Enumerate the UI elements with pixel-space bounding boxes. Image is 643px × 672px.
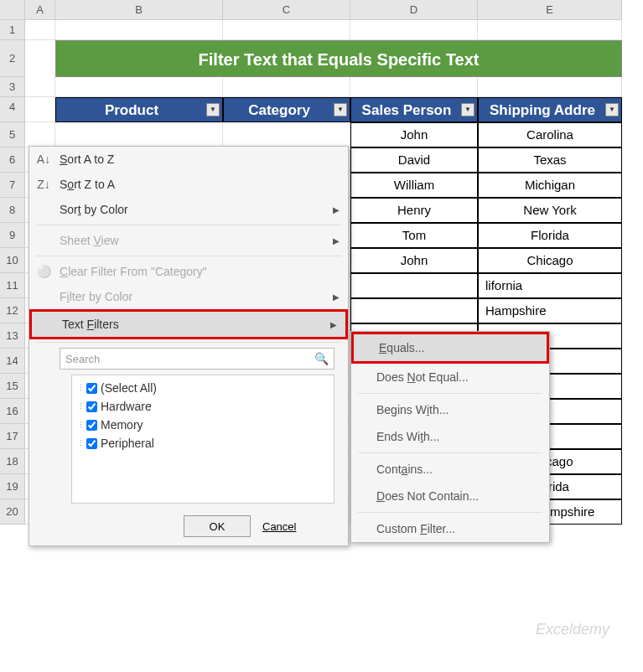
table-cell: William xyxy=(350,173,478,198)
table-cell: Michigan xyxy=(478,173,622,198)
table-cell xyxy=(350,298,478,323)
empty-cell xyxy=(223,122,350,147)
text-filters-submenu: Equals... Does Not Equal... Begins With.… xyxy=(350,331,550,543)
sort-za[interactable]: Z↓Sort Z to A xyxy=(29,172,348,197)
table-header[interactable]: Sales Person▼ xyxy=(350,97,478,122)
table-cell: David xyxy=(350,147,478,173)
row-header[interactable]: 7 xyxy=(0,173,25,198)
empty-cell xyxy=(25,77,55,97)
row-header[interactable]: 1 xyxy=(0,20,25,40)
table-header[interactable]: Shipping Addre▼ xyxy=(478,97,622,122)
table-cell: New York xyxy=(478,198,622,223)
row-header[interactable]: 10 xyxy=(0,248,25,273)
row-header[interactable]: 14 xyxy=(0,349,25,374)
filter-menu: A↓Sort A to Z Z↓Sort Z to A Sort by Colo… xyxy=(29,146,349,546)
checkbox[interactable] xyxy=(86,438,97,449)
watermark: Exceldemy xyxy=(536,621,609,638)
row-header[interactable]: 2 xyxy=(0,40,25,77)
col-header[interactable]: C xyxy=(223,0,350,20)
filter-dropdown-icon[interactable]: ▼ xyxy=(461,103,474,116)
empty-cell xyxy=(25,97,55,122)
empty-cell xyxy=(25,122,55,147)
row-header[interactable]: 5 xyxy=(0,122,25,147)
table-cell: Hampshire xyxy=(478,298,622,323)
page-title: Filter Text that Equals Specific Text xyxy=(55,40,622,77)
table-cell: John xyxy=(350,122,478,147)
table-cell: Carolina xyxy=(478,122,622,147)
row-header[interactable]: 17 xyxy=(0,424,25,449)
empty-cell xyxy=(25,20,55,40)
filter-dropdown-icon[interactable]: ▼ xyxy=(206,103,220,116)
filter-checkbox-item[interactable]: ⋮Memory xyxy=(77,416,329,434)
clear-filter-icon: ⚪ xyxy=(36,265,51,278)
filter-dropdown-icon[interactable]: ▼ xyxy=(605,103,619,116)
search-input[interactable]: Search🔍 xyxy=(60,348,334,370)
contains-item[interactable]: Contains... xyxy=(351,456,549,483)
empty-cell xyxy=(55,77,223,97)
sort-za-icon: Z↓ xyxy=(36,178,51,191)
row-header[interactable]: 19 xyxy=(0,474,25,499)
filter-checkbox-item[interactable]: ⋮(Select All) xyxy=(77,379,329,397)
table-cell xyxy=(350,273,478,298)
empty-cell xyxy=(478,77,622,97)
chevron-right-icon: ▶ xyxy=(333,205,340,215)
equals-item[interactable]: Equals... xyxy=(351,332,549,364)
table-cell: Texas xyxy=(478,147,622,173)
col-header[interactable]: B xyxy=(55,0,223,20)
filter-by-color: Filter by Color▶ xyxy=(29,284,348,309)
row-header[interactable]: 8 xyxy=(0,198,25,223)
table-cell: Henry xyxy=(350,198,478,223)
empty-cell xyxy=(478,20,622,40)
row-header[interactable]: 11 xyxy=(0,273,25,298)
row-header[interactable]: 13 xyxy=(0,323,25,349)
empty-cell xyxy=(223,77,350,97)
col-header[interactable]: E xyxy=(478,0,622,20)
sort-by-color[interactable]: Sort by Color▶ xyxy=(29,197,348,222)
search-icon: 🔍 xyxy=(314,352,329,365)
checkbox[interactable] xyxy=(86,401,97,412)
ends-with-item[interactable]: Ends With... xyxy=(351,423,549,450)
custom-filter-item[interactable]: Custom Filter... xyxy=(351,515,549,542)
begins-with-item[interactable]: Begins With... xyxy=(351,396,549,423)
empty-cell xyxy=(55,20,223,40)
row-header[interactable]: 15 xyxy=(0,374,25,399)
empty-cell xyxy=(55,122,223,147)
empty-cell xyxy=(350,77,478,97)
table-cell: Florida xyxy=(478,223,622,248)
table-header[interactable]: Category▼ xyxy=(223,97,350,122)
sort-az[interactable]: A↓Sort A to Z xyxy=(29,147,348,172)
checkbox[interactable] xyxy=(86,383,97,394)
empty-cell xyxy=(350,20,478,40)
col-header[interactable]: A xyxy=(25,0,55,20)
table-cell: Tom xyxy=(350,223,478,248)
table-header[interactable]: Product▼ xyxy=(55,97,223,122)
col-header[interactable] xyxy=(0,0,25,20)
row-header[interactable]: 18 xyxy=(0,449,25,474)
table-cell: John xyxy=(350,248,478,273)
sheet-view: Sheet View▶ xyxy=(29,228,348,253)
not-contain-item[interactable]: Does Not Contain... xyxy=(351,483,549,509)
table-cell: Chicago xyxy=(478,248,622,273)
filter-checkbox-item[interactable]: ⋮Peripheral xyxy=(77,434,329,452)
row-header[interactable]: 20 xyxy=(0,499,25,525)
clear-filter: ⚪Clear Filter From "Category" xyxy=(29,259,348,284)
filter-checkbox-item[interactable]: ⋮Hardware xyxy=(77,397,329,416)
row-header[interactable]: 16 xyxy=(0,399,25,424)
row-header[interactable]: 6 xyxy=(0,147,25,173)
empty-cell xyxy=(223,20,350,40)
filter-dropdown-icon[interactable]: ▼ xyxy=(334,103,347,116)
row-header[interactable]: 9 xyxy=(0,223,25,248)
not-equal-item[interactable]: Does Not Equal... xyxy=(351,364,549,390)
ok-button[interactable]: OK xyxy=(184,515,251,537)
checkbox[interactable] xyxy=(86,420,97,431)
filter-values-list: ⋮(Select All)⋮Hardware⋮Memory⋮Peripheral xyxy=(71,375,334,504)
row-header[interactable]: 3 xyxy=(0,77,25,97)
chevron-right-icon: ▶ xyxy=(330,320,337,329)
col-header[interactable]: D xyxy=(350,0,478,20)
row-header[interactable]: 12 xyxy=(0,298,25,323)
text-filters[interactable]: Text Filters▶ xyxy=(29,309,348,339)
table-cell: lifornia xyxy=(478,273,622,298)
sort-az-icon: A↓ xyxy=(36,152,51,166)
row-header[interactable]: 4 xyxy=(0,97,25,122)
cancel-button[interactable]: Cancel xyxy=(262,515,329,537)
